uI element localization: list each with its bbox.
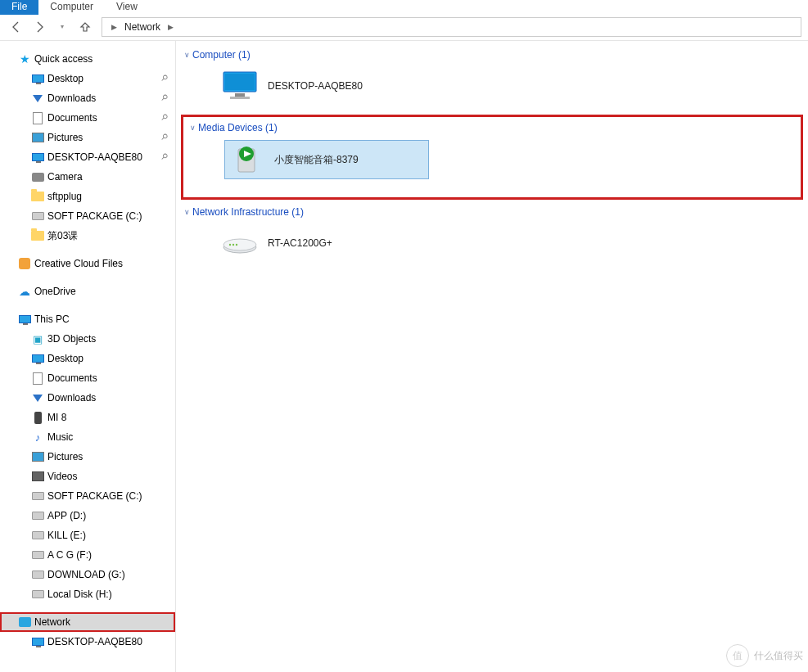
sidebar-label: DESKTOP-AAQBE80 [47, 151, 142, 163]
sidebar-quick-item-1[interactable]: Downloads⚲ [0, 88, 175, 108]
breadcrumb-network[interactable]: Network [123, 20, 162, 34]
network-item-0-0[interactable]: DESKTOP-AAQBE80 [219, 67, 423, 105]
group-header-2[interactable]: ∨ Network Infrastructure (1) [181, 205, 803, 221]
sidebar-quick-item-5[interactable]: Camera [0, 167, 175, 187]
back-button[interactable] [7, 17, 26, 37]
sidebar-quick-item-4[interactable]: DESKTOP-AAQBE80⚲ [0, 147, 175, 167]
sidebar-label: Documents [47, 112, 97, 124]
svg-rect-1 [225, 74, 255, 90]
sidebar-quick-item-2[interactable]: Documents⚲ [0, 108, 175, 128]
sidebar-label: 3D Objects [47, 333, 96, 345]
sidebar-label: Desktop [47, 353, 84, 364]
item-label: DESKTOP-AAQBE80 [268, 80, 363, 92]
sidebar-quick-item-3[interactable]: Pictures⚲ [0, 128, 175, 147]
sidebar-pc-item-12[interactable]: DOWNLOAD (G:) [0, 565, 175, 584]
sidebar-onedrive[interactable]: ☁ OneDrive [0, 282, 175, 301]
video-icon [31, 470, 44, 483]
sidebar-label: Pictures [47, 451, 83, 462]
media-thumb-icon [227, 142, 266, 177]
chevron-down-icon: ∨ [190, 124, 196, 132]
router-thumb-icon [220, 226, 260, 260]
navigation-toolbar: ▾ ▶ Network ▶ [0, 13, 808, 41]
sidebar-pc-item-1[interactable]: Desktop [0, 349, 175, 368]
sidebar-pc-item-13[interactable]: Local Disk (H:) [0, 584, 175, 604]
down-icon [31, 391, 44, 404]
sidebar-label: Local Disk (H:) [47, 589, 112, 600]
forward-button[interactable] [29, 17, 49, 37]
pc-thumb-icon [220, 69, 260, 103]
sidebar-label: OneDrive [34, 286, 76, 297]
up-button[interactable] [75, 17, 95, 37]
sidebar-pc-item-11[interactable]: A C G (F:) [0, 545, 175, 565]
sidebar-label: Desktop [47, 73, 84, 84]
pic-icon [31, 450, 44, 463]
sidebar-quick-item-0[interactable]: Desktop⚲ [0, 69, 175, 88]
sidebar-label: Quick access [34, 53, 93, 65]
sidebar-label: This PC [34, 313, 70, 325]
sidebar-quick-item-8[interactable]: 第03课 [0, 226, 175, 246]
folder-icon [31, 190, 44, 203]
network-icon [18, 616, 31, 629]
pin-icon: ⚲ [159, 72, 169, 83]
svg-point-10 [229, 244, 231, 246]
network-item-2-0[interactable]: RT-AC1200G+ [219, 224, 423, 262]
sidebar-label: sftpplug [47, 191, 82, 202]
sidebar-this-pc[interactable]: This PC [0, 309, 175, 329]
chevron-down-icon: ∨ [184, 208, 190, 216]
svg-point-12 [236, 244, 237, 246]
drive-icon [31, 548, 44, 562]
monitor-icon [31, 635, 44, 648]
pin-icon: ⚲ [159, 92, 169, 102]
group-title: Network Infrastructure (1) [192, 206, 304, 218]
network-item-1-0[interactable]: 小度智能音箱-8379 [224, 140, 429, 179]
sidebar-quick-item-7[interactable]: SOFT PACKAGE (C:) [0, 206, 175, 226]
chevron-right-icon: ▶ [111, 23, 117, 31]
sidebar-pc-item-7[interactable]: Videos [0, 467, 175, 486]
item-label: RT-AC1200G+ [268, 237, 332, 249]
sidebar-pc-item-0[interactable]: ▣3D Objects [0, 329, 175, 349]
sidebar-pc-item-8[interactable]: SOFT PACKAGE (C:) [0, 486, 175, 506]
tab-view[interactable]: View [105, 0, 149, 15]
sidebar-creative-cloud[interactable]: Creative Cloud Files [0, 254, 175, 273]
sidebar-quick-item-6[interactable]: sftpplug [0, 187, 175, 206]
tab-computer[interactable]: Computer [38, 0, 105, 15]
sidebar-label: Music [47, 431, 73, 443]
sidebar-label: Pictures [47, 132, 83, 143]
chevron-down-icon: ∨ [184, 51, 190, 59]
sidebar-network[interactable]: Network [0, 612, 175, 632]
pic-icon [31, 131, 44, 144]
sidebar-network-item-0[interactable]: DESKTOP-AAQBE80 [0, 632, 175, 652]
chevron-right-icon: ▶ [168, 23, 174, 31]
sidebar-pc-item-3[interactable]: Downloads [0, 388, 175, 408]
sidebar-label: A C G (F:) [47, 549, 92, 561]
navigation-tree: ★ Quick access Desktop⚲Downloads⚲Documen… [0, 41, 176, 672]
sidebar-pc-item-10[interactable]: KILL (E:) [0, 525, 175, 545]
sidebar-pc-item-9[interactable]: APP (D:) [0, 506, 175, 525]
camera-icon [31, 170, 44, 183]
sidebar-label: DESKTOP-AAQBE80 [47, 636, 142, 647]
sidebar-label: Camera [47, 171, 83, 183]
drive-icon [31, 588, 44, 601]
content-pane: ∨ Computer (1)DESKTOP-AAQBE80∨ Media Dev… [176, 41, 808, 672]
sidebar-pc-item-4[interactable]: MI 8 [0, 408, 175, 427]
sidebar-pc-item-6[interactable]: Pictures [0, 447, 175, 467]
drive-icon [31, 210, 44, 223]
folder-icon [31, 229, 44, 242]
pc-icon [18, 313, 31, 326]
sidebar-label: Downloads [47, 92, 96, 104]
cloud-icon: ☁ [18, 285, 31, 298]
group-header-1[interactable]: ∨ Media Devices (1) [187, 120, 797, 137]
drive-icon [31, 529, 44, 542]
tab-file[interactable]: File [0, 0, 38, 15]
sidebar-pc-item-5[interactable]: ♪Music [0, 427, 175, 447]
group-header-0[interactable]: ∨ Computer (1) [181, 47, 803, 64]
sidebar-quick-access[interactable]: ★ Quick access [0, 49, 175, 69]
svg-rect-2 [235, 93, 245, 97]
star-icon: ★ [18, 52, 31, 65]
recent-locations-button[interactable]: ▾ [52, 17, 72, 37]
sidebar-label: DOWNLOAD (G:) [47, 569, 125, 580]
address-bar[interactable]: ▶ Network ▶ [102, 17, 801, 37]
sidebar-pc-item-2[interactable]: Documents [0, 368, 175, 388]
monitor-icon [31, 151, 44, 164]
group-title: Media Devices (1) [198, 122, 278, 133]
